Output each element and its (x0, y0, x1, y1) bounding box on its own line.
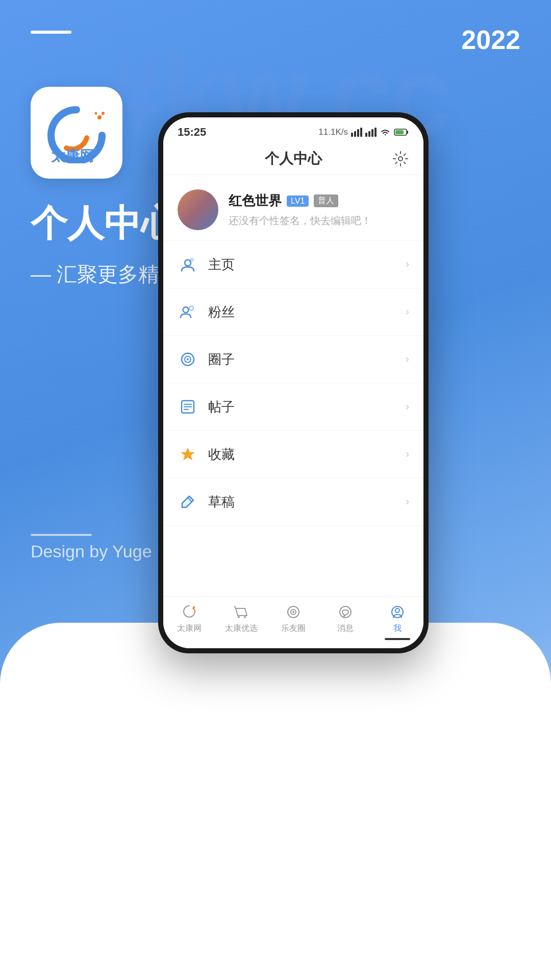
svg-point-22 (238, 616, 240, 618)
phone-screen: 15:25 11.1K/s (163, 117, 423, 648)
nav-label-me: 我 (393, 623, 402, 634)
svg-point-0 (97, 115, 102, 119)
nav-active-indicator (385, 638, 410, 640)
menu-label-fans: 粉丝 (208, 303, 406, 321)
menu-item-posts[interactable]: 帖子 › (163, 383, 423, 431)
nav-home-icon (180, 603, 198, 621)
menu-label-favorites: 收藏 (208, 446, 406, 463)
menu-label-drafts: 草稿 (208, 493, 406, 511)
profile-name-row: 红色世界 LV1 普人 (229, 192, 409, 210)
user-avatar[interactable] (178, 189, 218, 230)
profile-name: 红色世界 (229, 192, 282, 210)
year-label: 2022 (461, 24, 520, 55)
wifi-icon (380, 128, 391, 136)
status-bar: 15:25 11.1K/s (163, 117, 423, 143)
status-icons: 11.1K/s (318, 127, 409, 137)
posts-icon (178, 397, 198, 417)
signal-bars-icon2 (365, 128, 377, 137)
signal-bars-icon (351, 128, 362, 137)
home-icon (178, 254, 198, 275)
profile-info: 红色世界 LV1 普人 还没有个性签名，快去编辑吧！ (229, 192, 409, 228)
svg-point-26 (292, 611, 294, 613)
svg-rect-6 (395, 130, 404, 134)
arrow-icon: › (406, 448, 409, 461)
svg-point-11 (189, 306, 193, 310)
svg-point-29 (395, 608, 399, 612)
left-panel-title: 个人中心 (31, 199, 178, 248)
circle-icon (178, 349, 198, 370)
settings-button[interactable] (390, 148, 411, 169)
user-type-badge: 普人 (314, 194, 338, 207)
level-badge: LV1 (287, 195, 309, 207)
svg-rect-5 (407, 131, 408, 134)
svg-point-14 (187, 358, 189, 360)
menu-item-circle[interactable]: 圈子 › (163, 336, 423, 383)
menu-item-favorites[interactable]: 收藏 › (163, 431, 423, 478)
menu-item-home[interactable]: 主页 › (163, 241, 423, 288)
phone-mockup: 15:25 11.1K/s (158, 112, 429, 653)
svg-text:太康网: 太康网 (51, 148, 94, 163)
svg-point-27 (340, 606, 351, 618)
arrow-icon: › (406, 305, 409, 318)
menu-label-posts: 帖子 (208, 398, 406, 416)
app-logo: 太康网 (31, 87, 122, 179)
fans-icon (178, 302, 198, 322)
menu-list: 主页 › 粉丝 › (163, 241, 423, 596)
network-speed: 11.1K/s (318, 127, 348, 137)
battery-icon (394, 128, 409, 136)
svg-marker-19 (181, 448, 195, 460)
drafts-icon (178, 492, 198, 512)
top-dash-decoration (31, 31, 71, 34)
app-header-title: 个人中心 (265, 149, 322, 168)
settings-icon (392, 151, 409, 167)
logo-svg: 太康网 (41, 102, 112, 163)
bottom-white-area (0, 623, 551, 980)
nav-item-leyou[interactable]: 乐友圈 (267, 603, 319, 640)
favorites-icon (178, 444, 198, 464)
nav-leyou-icon (284, 603, 303, 621)
menu-label-circle: 圈子 (208, 351, 406, 369)
arrow-icon: › (406, 400, 409, 413)
nav-item-home[interactable]: 太康网 (163, 603, 215, 640)
svg-point-8 (185, 260, 191, 266)
menu-item-drafts[interactable]: 草稿 › (163, 478, 423, 526)
nav-message-icon (336, 603, 355, 621)
profile-section: 红色世界 LV1 普人 还没有个性签名，快去编辑吧！ (163, 175, 423, 241)
profile-bio: 还没有个性签名，快去编辑吧！ (229, 214, 409, 228)
nav-label-home: 太康网 (177, 623, 202, 634)
arrow-icon: › (406, 258, 409, 271)
nav-item-me[interactable]: 我 (371, 603, 423, 640)
svg-point-10 (183, 307, 189, 313)
svg-point-21 (193, 606, 195, 608)
nav-me-icon (388, 603, 407, 621)
nav-label-leyou: 乐友圈 (281, 623, 306, 634)
arrow-icon: › (406, 353, 409, 366)
svg-point-23 (244, 616, 246, 618)
nav-item-youxuan[interactable]: 太康优选 (215, 603, 267, 640)
bottom-nav: 太康网 太康优选 (163, 596, 423, 648)
nav-label-message: 消息 (337, 623, 354, 634)
arrow-icon: › (406, 495, 409, 508)
svg-point-1 (102, 112, 105, 115)
nav-item-message[interactable]: 消息 (319, 603, 371, 640)
svg-point-9 (190, 258, 194, 262)
status-time: 15:25 (178, 126, 206, 139)
nav-label-youxuan: 太康优选 (225, 623, 258, 634)
menu-item-fans[interactable]: 粉丝 › (163, 288, 423, 336)
svg-point-2 (95, 112, 97, 115)
svg-point-7 (398, 157, 403, 161)
design-credit: Design by Yuge (31, 542, 152, 561)
app-header: 个人中心 (163, 143, 423, 175)
design-credit-line (31, 534, 92, 536)
nav-youxuan-icon (232, 603, 251, 621)
menu-label-home: 主页 (208, 256, 406, 274)
